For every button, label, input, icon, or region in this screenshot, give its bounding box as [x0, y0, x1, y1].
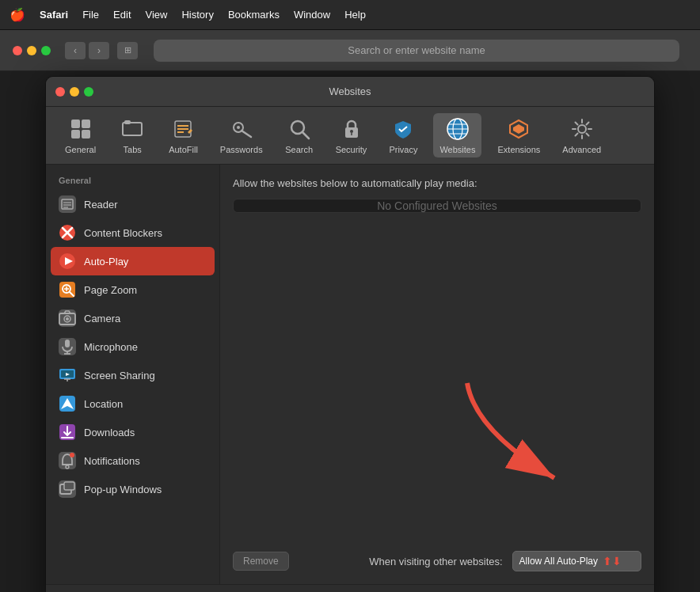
minimize-button[interactable] [27, 46, 36, 55]
window-zoom-button[interactable] [84, 87, 93, 97]
nav-buttons: ‹ › [65, 42, 109, 59]
toolbar-passwords[interactable]: Passwords [214, 113, 269, 157]
toolbar-extensions-label: Extensions [497, 145, 540, 154]
sidebar-item-notifications[interactable]: Notifications [46, 446, 219, 475]
toolbar-tabs[interactable]: Tabs [112, 113, 153, 157]
toolbar-advanced[interactable]: Advanced [556, 113, 607, 157]
sidebar-item-page-zoom[interactable]: Page Zoom [46, 275, 219, 304]
location-icon [59, 395, 76, 412]
window-title: Websites [329, 85, 371, 97]
screen-sharing-icon [59, 366, 76, 384]
no-websites-text: No Configured Websites [377, 199, 496, 212]
privacy-icon [390, 116, 416, 142]
sidebar-item-screen-sharing[interactable]: Screen Sharing [46, 361, 219, 389]
sidebar-item-camera[interactable]: Camera [46, 304, 219, 332]
sidebar-item-location[interactable]: Location [46, 389, 219, 418]
menubar-edit[interactable]: Edit [113, 9, 131, 21]
auto-play-icon [59, 252, 76, 270]
svg-point-57 [66, 465, 69, 469]
content-panel: Allow the websites below to automaticall… [220, 165, 654, 584]
sidebar-notifications-label: Notifications [84, 455, 140, 467]
toolbar-websites[interactable]: Websites [433, 113, 481, 157]
security-icon [339, 116, 364, 142]
zoom-button[interactable] [41, 46, 51, 55]
toolbar-autofill-label: AutoFill [169, 145, 198, 154]
svg-rect-0 [71, 120, 80, 128]
svg-rect-1 [82, 120, 90, 128]
sidebar-item-content-blockers[interactable]: Content Blockers [46, 218, 219, 247]
window-titlebar: Websites [46, 77, 654, 107]
sidebar-camera-label: Camera [84, 313, 120, 324]
toolbar-general[interactable]: General [59, 113, 102, 157]
sidebar-item-auto-play[interactable]: Auto-Play [51, 247, 215, 275]
tabs-icon [120, 116, 145, 142]
window-minimize-button[interactable] [70, 87, 79, 97]
sidebar: General Reader [46, 165, 220, 584]
toolbar-extensions[interactable]: Extensions [491, 113, 546, 157]
tab-view-button[interactable]: ⊞ [117, 42, 138, 59]
notifications-icon [59, 452, 76, 469]
sidebar-page-zoom-label: Page Zoom [84, 284, 137, 296]
menubar-view[interactable]: View [146, 9, 168, 21]
menubar-safari[interactable]: Safari [40, 9, 68, 21]
svg-rect-2 [71, 130, 80, 139]
page-zoom-icon [59, 281, 76, 298]
help-area: ? [46, 584, 654, 592]
window-close-button[interactable] [55, 87, 65, 97]
toolbar-websites-label: Websites [439, 145, 475, 154]
svg-rect-44 [65, 340, 70, 347]
search-icon [287, 116, 312, 142]
svg-line-11 [242, 131, 251, 137]
sidebar-item-popup-windows[interactable]: Pop-up Windows [46, 475, 219, 503]
sidebar-downloads-label: Downloads [84, 427, 135, 438]
extensions-icon [506, 116, 531, 142]
sidebar-popup-label: Pop-up Windows [84, 484, 162, 495]
sidebar-location-label: Location [84, 398, 123, 410]
toolbar-autofill[interactable]: AutoFill [162, 113, 204, 157]
sidebar-screen-sharing-label: Screen Sharing [84, 370, 155, 381]
menubar-bookmarks[interactable]: Bookmarks [228, 9, 280, 21]
menubar-history[interactable]: History [181, 9, 213, 21]
menubar: 🍎 Safari File Edit View History Bookmark… [0, 0, 700, 30]
sidebar-section-label: General [46, 173, 219, 190]
dropdown-autoplay[interactable]: Allow All Auto-Play ⬆⬇ [512, 551, 641, 571]
forward-button[interactable]: › [89, 42, 109, 59]
svg-point-26 [578, 125, 586, 133]
back-button[interactable]: ‹ [65, 42, 86, 59]
sidebar-item-microphone[interactable]: Microphone [46, 332, 219, 361]
passwords-icon [229, 116, 254, 142]
main-content: General Reader [46, 165, 654, 584]
svg-point-43 [66, 317, 69, 321]
window-traffic-lights [55, 87, 93, 97]
svg-point-12 [237, 126, 240, 129]
autofill-icon [170, 116, 196, 142]
svg-rect-5 [124, 120, 131, 124]
websites-list: No Configured Websites [233, 199, 641, 213]
address-bar[interactable]: Search or enter website name [154, 40, 679, 62]
sidebar-content-blockers-label: Content Blockers [84, 227, 162, 239]
sidebar-item-downloads[interactable]: Downloads [46, 418, 219, 446]
sidebar-item-reader[interactable]: Reader [46, 190, 219, 218]
remove-button[interactable]: Remove [233, 552, 289, 571]
close-button[interactable] [13, 46, 22, 55]
svg-point-16 [350, 130, 353, 133]
settings-window: Websites General Tabs [45, 76, 655, 592]
dropdown-arrow-icon: ⬆⬇ [603, 555, 622, 567]
toolbar-security[interactable]: Security [329, 113, 374, 157]
sidebar-reader-label: Reader [84, 199, 118, 211]
microphone-icon [59, 338, 76, 355]
menubar-window[interactable]: Window [294, 9, 330, 21]
popup-icon [59, 480, 76, 498]
address-placeholder: Search or enter website name [348, 44, 485, 56]
toolbar-security-label: Security [336, 145, 367, 154]
toolbar-general-label: General [65, 145, 96, 154]
sidebar-microphone-label: Microphone [84, 341, 138, 353]
menubar-file[interactable]: File [82, 9, 99, 21]
toolbar: General Tabs AutoFill [46, 107, 654, 165]
menubar-help[interactable]: Help [344, 9, 366, 21]
apple-menu[interactable]: 🍎 [10, 7, 25, 22]
svg-rect-4 [123, 123, 142, 135]
toolbar-privacy[interactable]: Privacy [382, 113, 424, 157]
advanced-icon [569, 116, 595, 142]
toolbar-search[interactable]: Search [279, 113, 320, 157]
